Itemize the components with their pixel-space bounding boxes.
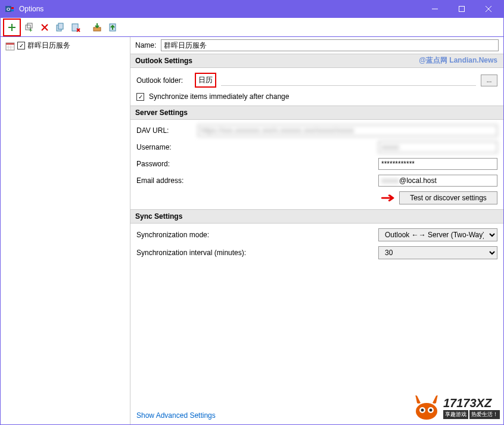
- svg-point-30: [421, 409, 424, 412]
- sync-immediately-checkbox[interactable]: ✓: [136, 93, 144, 101]
- outlook-folder-label: Outlook folder:: [136, 76, 190, 85]
- svg-text:O: O: [7, 7, 10, 12]
- svg-rect-2: [11, 7, 14, 9]
- content-panel: Name: Outlook Settings @蓝点网 Landian.News…: [130, 37, 503, 424]
- sync-interval-select[interactable]: 30: [378, 246, 497, 259]
- import-button[interactable]: [90, 20, 104, 35]
- test-settings-button[interactable]: Test or discover settings: [399, 191, 497, 204]
- profile-item[interactable]: ✓ 群晖日历服务: [3, 39, 127, 52]
- app-icon: O: [5, 4, 14, 14]
- svg-rect-11: [27, 23, 32, 28]
- logo-tag1: 享趣游戏: [443, 410, 468, 419]
- copy-button[interactable]: [53, 20, 67, 35]
- password-input[interactable]: [378, 158, 497, 170]
- svg-rect-17: [58, 23, 63, 29]
- delete-cache-button[interactable]: [69, 20, 83, 35]
- profile-tree: ✓ 群晖日历服务: [1, 37, 130, 424]
- profile-checkbox[interactable]: ✓: [17, 42, 25, 49]
- svg-rect-24: [6, 43, 14, 45]
- mascot-icon: [412, 393, 441, 422]
- outlook-settings-title: Outlook Settings: [135, 57, 192, 65]
- svg-point-32: [430, 409, 433, 412]
- add-profile-highlight: [3, 18, 21, 36]
- profile-label: 群晖日历服务: [27, 41, 70, 51]
- window-title: Options: [19, 5, 421, 13]
- logo-tag2: 热爱生活！: [469, 410, 500, 419]
- delete-button[interactable]: [38, 20, 52, 35]
- close-button[interactable]: [475, 0, 502, 18]
- name-label: Name:: [135, 41, 156, 49]
- outlook-folder-path: [221, 75, 476, 86]
- svg-rect-5: [459, 7, 464, 12]
- username-label: Username:: [136, 143, 193, 151]
- sync-mode-select[interactable]: Outlook ←→ Server (Two-Way): [378, 228, 497, 241]
- sync-settings-header: Sync Settings: [130, 209, 503, 224]
- titlebar: O Options: [0, 0, 504, 18]
- toolbar: [0, 18, 504, 37]
- minimize-button[interactable]: [421, 0, 448, 18]
- arrow-indicator: ➜: [380, 190, 395, 206]
- outlook-settings-header: Outlook Settings @蓝点网 Landian.News: [130, 54, 503, 68]
- outlook-folder-value: 日历: [195, 73, 216, 88]
- email-input[interactable]: @local.host: [399, 176, 437, 185]
- main-area: ✓ 群晖日历服务 Name: Outlook Settings @蓝点网 Lan…: [0, 37, 504, 425]
- calendar-icon: [5, 41, 15, 51]
- email-label: Email address:: [136, 176, 193, 185]
- export-button[interactable]: [105, 20, 120, 35]
- username-input[interactable]: [378, 141, 497, 153]
- sync-interval-label: Synchronization interval (minutes):: [136, 249, 246, 257]
- maximize-button[interactable]: [448, 0, 475, 18]
- browse-folder-button[interactable]: ...: [481, 75, 497, 86]
- svg-rect-9: [8, 27, 15, 28]
- dav-url-input[interactable]: [198, 125, 497, 137]
- svg-rect-18: [72, 24, 78, 31]
- svg-rect-3: [11, 10, 14, 11]
- sync-mode-label: Synchronization mode:: [136, 231, 209, 239]
- watermark-text: @蓝点网 Landian.News: [419, 55, 497, 66]
- logo-17173: 17173XZ 享趣游戏 热爱生活！: [412, 393, 500, 422]
- svg-rect-13: [29, 30, 32, 30]
- server-settings-header: Server Settings: [130, 106, 503, 120]
- svg-rect-10: [26, 25, 30, 30]
- dav-url-label: DAV URL:: [136, 126, 193, 135]
- password-label: Password:: [136, 160, 193, 168]
- name-input[interactable]: [161, 39, 499, 51]
- sync-immediately-label: Synchronize items immediately after chan…: [149, 92, 289, 101]
- logo-text: 17173XZ: [443, 396, 500, 410]
- svg-point-28: [416, 403, 437, 420]
- add-profile-button[interactable]: [5, 20, 19, 35]
- add-multiple-button[interactable]: [22, 20, 36, 35]
